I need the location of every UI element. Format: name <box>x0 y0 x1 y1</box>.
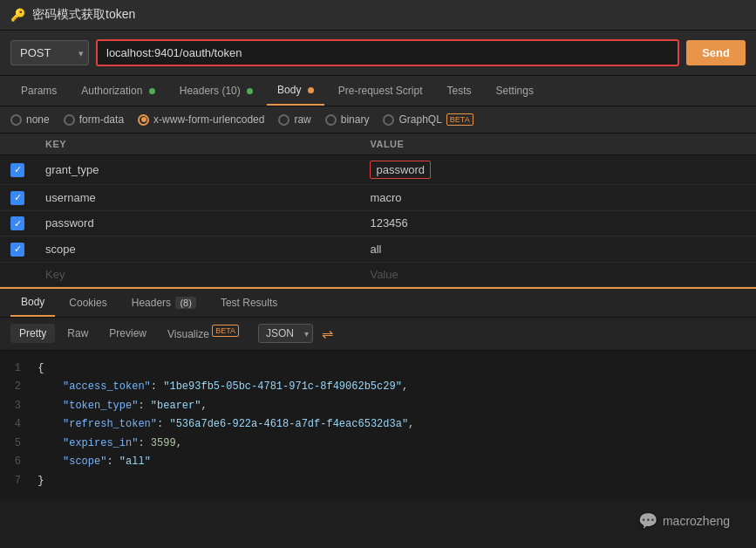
radio-binary <box>325 114 337 126</box>
headers-dot <box>247 88 253 94</box>
page-title: 密码模式获取token <box>32 7 135 23</box>
row-value[interactable]: all <box>359 236 756 263</box>
json-line-2: 2 "access_token": "1be93fb5-05bc-4781-97… <box>7 378 749 397</box>
resp-tab-cookies[interactable]: Cookies <box>58 290 117 316</box>
body-dot <box>308 87 314 93</box>
row-key[interactable]: username <box>35 185 359 211</box>
format-select[interactable]: JSON XML HTML Text <box>258 324 313 343</box>
body-options-bar: none form-data x-www-form-urlencoded raw… <box>0 106 756 134</box>
json-line-5: 5 "expires_in": 3599, <box>7 435 749 454</box>
resp-tab-body[interactable]: Body <box>10 289 55 317</box>
graphql-beta-badge: BETA <box>446 113 473 126</box>
row-checkbox-empty <box>0 262 35 286</box>
json-line-6: 6 "scope": "all" <box>7 453 749 472</box>
request-tab-bar: Params Authorization Headers (10) Body P… <box>0 76 756 106</box>
send-button[interactable]: Send <box>686 40 746 65</box>
authorization-dot <box>149 88 155 94</box>
method-wrapper[interactable]: POST GET PUT DELETE <box>10 40 89 65</box>
tab-body[interactable]: Body <box>267 76 324 106</box>
json-viewer: 1 { 2 "access_token": "1be93fb5-05bc-478… <box>0 351 756 500</box>
row-key[interactable]: grant_type <box>35 155 359 185</box>
title-bar: 🔑 密码模式获取token <box>0 0 756 31</box>
tab-params[interactable]: Params <box>10 77 67 105</box>
watermark-text: macrozheng <box>663 514 730 528</box>
json-line-7: 7 } <box>7 472 749 491</box>
url-input[interactable] <box>96 39 679 66</box>
method-select[interactable]: POST GET PUT DELETE <box>10 40 89 65</box>
row-key-placeholder[interactable]: Key <box>35 262 359 286</box>
row-value[interactable]: password <box>359 155 756 185</box>
params-table: KEY VALUE ✓ grant_type password ✓ userna… <box>0 134 756 287</box>
table-row: ✓ password 123456 <box>0 210 756 236</box>
format-tab-pretty[interactable]: Pretty <box>10 324 55 343</box>
response-toolbar: Pretty Raw Preview Visualize BETA JSON X… <box>0 318 756 351</box>
radio-form-data <box>64 114 75 126</box>
row-checkbox[interactable]: ✓ <box>0 210 35 236</box>
json-line-1: 1 { <box>7 360 749 379</box>
json-line-3: 3 "token_type": "bearer", <box>7 397 749 416</box>
tab-settings[interactable]: Settings <box>486 77 544 105</box>
radio-raw <box>278 114 289 126</box>
url-bar: POST GET PUT DELETE Send <box>0 31 756 76</box>
tab-headers[interactable]: Headers (10) <box>169 77 263 105</box>
table-row-empty: Key Value <box>0 262 756 286</box>
key-header: KEY <box>35 134 359 155</box>
option-form-data[interactable]: form-data <box>64 113 124 126</box>
format-tab-raw[interactable]: Raw <box>58 324 97 343</box>
visualize-beta-badge: BETA <box>212 325 239 337</box>
option-none[interactable]: none <box>10 113 50 126</box>
tab-authorization[interactable]: Authorization <box>71 77 165 105</box>
wrap-lines-button[interactable]: ⇌ <box>317 323 338 345</box>
wechat-icon: 💬 <box>638 511 657 531</box>
key-icon: 🔑 <box>10 8 25 22</box>
tab-tests[interactable]: Tests <box>437 77 482 105</box>
row-key[interactable]: scope <box>35 236 359 263</box>
format-tab-visualize[interactable]: Visualize BETA <box>159 323 248 344</box>
row-key[interactable]: password <box>35 210 359 236</box>
value-header: VALUE <box>359 134 756 155</box>
option-urlencoded[interactable]: x-www-form-urlencoded <box>138 113 264 126</box>
row-checkbox[interactable]: ✓ <box>0 236 35 263</box>
row-value[interactable]: 123456 <box>359 210 756 236</box>
radio-urlencoded <box>138 114 149 126</box>
row-value-placeholder[interactable]: Value <box>359 262 756 286</box>
response-tab-bar: Body Cookies Headers (8) Test Results <box>0 287 756 318</box>
headers-count-badge: (8) <box>175 297 195 309</box>
tab-prerequest[interactable]: Pre-request Script <box>328 77 433 105</box>
json-line-4: 4 "refresh_token": "536a7de6-922a-4618-a… <box>7 415 749 435</box>
checkbox-col-header <box>0 134 35 155</box>
option-raw[interactable]: raw <box>278 113 310 126</box>
resp-tab-test-results[interactable]: Test Results <box>210 290 288 316</box>
format-tab-preview[interactable]: Preview <box>100 324 155 343</box>
format-selector-wrapper[interactable]: JSON XML HTML Text <box>251 324 313 343</box>
table-row: ✓ username macro <box>0 185 756 211</box>
row-value[interactable]: macro <box>359 185 756 211</box>
row-checkbox[interactable]: ✓ <box>0 155 35 185</box>
resp-tab-headers[interactable]: Headers (8) <box>121 290 207 316</box>
option-graphql[interactable]: GraphQL BETA <box>383 113 473 126</box>
table-row: ✓ scope all <box>0 236 756 263</box>
radio-none <box>10 114 22 126</box>
option-binary[interactable]: binary <box>325 113 370 126</box>
watermark: 💬 macrozheng <box>638 511 730 531</box>
table-row: ✓ grant_type password <box>0 155 756 185</box>
radio-graphql <box>383 114 394 126</box>
row-checkbox[interactable]: ✓ <box>0 185 35 211</box>
